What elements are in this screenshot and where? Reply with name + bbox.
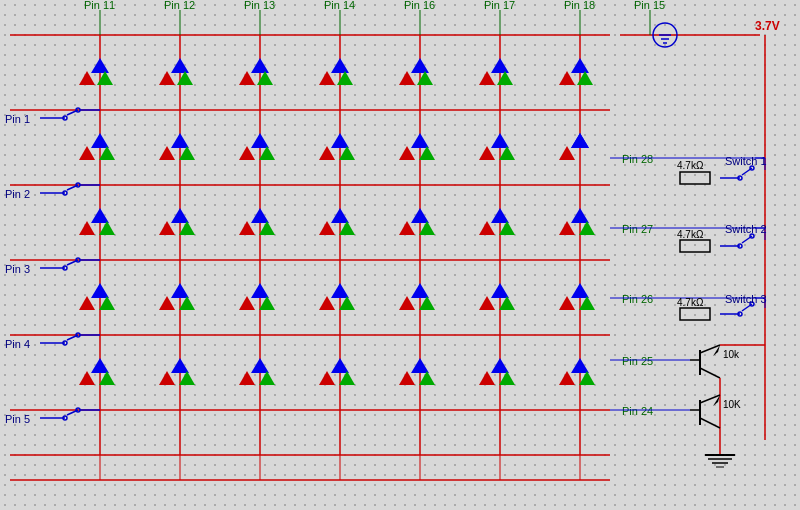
led-red	[559, 71, 575, 85]
led-green	[419, 371, 435, 385]
led-blue	[171, 283, 189, 298]
led-red	[239, 221, 255, 235]
led-red	[79, 296, 95, 310]
led-green	[579, 296, 595, 310]
led-blue	[251, 208, 269, 223]
led-green	[99, 371, 115, 385]
led-blue	[91, 358, 109, 373]
resistor3-label: 4.7kΩ	[677, 297, 704, 308]
led-green	[179, 296, 195, 310]
led-blue	[571, 283, 589, 298]
led-blue	[331, 58, 349, 73]
led-blue	[91, 283, 109, 298]
led-green	[419, 296, 435, 310]
led-blue	[331, 283, 349, 298]
transistor2-label: 10K	[723, 399, 741, 410]
led-green	[339, 371, 355, 385]
led-blue	[491, 283, 509, 298]
led-red	[399, 296, 415, 310]
pin4-label: Pin 4	[5, 338, 30, 350]
pin28-label: Pin 28	[622, 153, 653, 165]
led-red	[479, 296, 495, 310]
led-blue	[491, 208, 509, 223]
led-green	[179, 371, 195, 385]
led-blue	[491, 58, 509, 73]
led-blue	[411, 58, 429, 73]
led-red	[559, 221, 575, 235]
led-blue	[411, 133, 429, 148]
led-red	[79, 71, 95, 85]
voltage-label: 3.7V	[755, 19, 780, 33]
pin26-label: Pin 26	[622, 293, 653, 305]
led-red	[399, 146, 415, 160]
led-red	[399, 371, 415, 385]
led-blue	[91, 133, 109, 148]
led-green	[99, 296, 115, 310]
transistor1-label: 10k	[723, 349, 740, 360]
led-blue	[251, 283, 269, 298]
led-red	[319, 221, 335, 235]
led-blue	[171, 133, 189, 148]
led-green	[179, 146, 195, 160]
led-blue	[91, 208, 109, 223]
led-red	[479, 371, 495, 385]
led-red	[79, 146, 95, 160]
led-red	[559, 146, 575, 160]
led-red	[79, 221, 95, 235]
circuit-canvas: Pin 11 Pin 12 Pin 13 Pin 14 Pin 16 Pin 1…	[0, 0, 800, 510]
led-blue	[251, 58, 269, 73]
led-blue	[571, 208, 589, 223]
led-red	[239, 296, 255, 310]
led-blue	[91, 58, 109, 73]
pin17-label: Pin 17	[484, 0, 515, 11]
led-red	[479, 146, 495, 160]
led-green	[419, 146, 435, 160]
led-blue	[331, 208, 349, 223]
led-green	[99, 221, 115, 235]
led-blue	[251, 133, 269, 148]
svg-rect-61	[680, 240, 710, 252]
led-red	[159, 221, 175, 235]
led-green	[339, 146, 355, 160]
switch2-label: Switch 2	[725, 223, 767, 235]
led-red	[479, 71, 495, 85]
led-blue	[171, 208, 189, 223]
led-blue	[491, 358, 509, 373]
led-blue	[331, 358, 349, 373]
led-red	[319, 146, 335, 160]
pin18-label: Pin 18	[564, 0, 595, 11]
led-blue	[251, 358, 269, 373]
led-green	[499, 221, 515, 235]
led-red	[559, 371, 575, 385]
pin27-label: Pin 27	[622, 223, 653, 235]
led-red	[479, 221, 495, 235]
led-blue	[571, 358, 589, 373]
led-green	[499, 296, 515, 310]
led-green	[259, 296, 275, 310]
pin11-label: Pin 11	[84, 0, 115, 11]
led-green	[499, 146, 515, 160]
led-green	[179, 221, 195, 235]
led-green	[99, 146, 115, 160]
led-red	[399, 221, 415, 235]
led-blue	[171, 58, 189, 73]
led-red	[319, 371, 335, 385]
led-red	[319, 296, 335, 310]
led-green	[259, 371, 275, 385]
led-blue	[331, 133, 349, 148]
pin15-label: Pin 15	[634, 0, 665, 11]
led-blue	[411, 283, 429, 298]
led-red	[159, 71, 175, 85]
svg-line-86	[700, 418, 720, 428]
pin14-label: Pin 14	[324, 0, 355, 11]
led-red	[79, 371, 95, 385]
pin2-label: Pin 2	[5, 188, 30, 200]
led-green	[339, 296, 355, 310]
led-red	[159, 146, 175, 160]
led-green	[499, 371, 515, 385]
svg-rect-54	[680, 172, 710, 184]
resistor1-label: 4.7kΩ	[677, 160, 704, 171]
pin3-label: Pin 3	[5, 263, 30, 275]
led-green	[579, 221, 595, 235]
switch3-label: Switch 3	[725, 293, 767, 305]
